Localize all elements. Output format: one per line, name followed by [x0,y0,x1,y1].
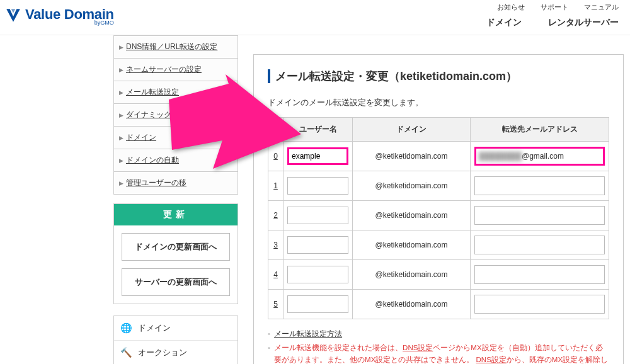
forward-address-input[interactable] [474,206,605,225]
chevron-right-icon: ▶ [119,135,123,141]
domain-cell: @ketiketidomain.com [353,230,471,260]
table-row: 4@ketiketidomain.com [268,260,609,290]
table-row: 5@ketiketidomain.com [268,290,609,319]
sidebar-item-dns-url[interactable]: ▶DNS情報／URL転送の設定 [114,36,238,59]
tab-domain[interactable]: ドメイン [486,17,522,35]
logo-icon [5,7,21,25]
col-user: ユーザー名 [284,118,353,142]
forward-cell [471,201,609,230]
row-index[interactable]: 2 [268,201,284,230]
bullet-icon: ◦ [268,328,270,339]
goto-domain-renewal-button[interactable]: ドメインの更新画面へ [122,233,230,261]
chevron-right-icon: ▶ [119,112,123,118]
user-cell [284,201,353,230]
sidebar-item-ddns[interactable]: ▶ダイナミックDNSの設定 [114,104,238,127]
user-cell [284,290,353,319]
sidebar-nav: ▶DNS情報／URL転送の設定 ▶ネームサーバーの設定 ▶メール転送設定 ▶ダイ… [113,35,238,195]
sidebar-item-domain-auto[interactable]: ▶ドメインの自動 [114,149,238,172]
app-header: Value Domain byGMO お知らせ サポート マニュアル ドメイン … [0,0,630,35]
user-cell [284,171,353,201]
link-support[interactable]: サポート [541,3,568,11]
user-cell [284,142,353,171]
forward-address-input[interactable]: ████████@gmail.com [474,147,605,166]
row-index[interactable]: 3 [268,230,284,260]
row-index[interactable]: 4 [268,260,284,290]
note-mx-warning: メール転送機能を設定された場合は、DNS設定ページからMX設定を（自動）追加して… [274,342,609,364]
sidebar-secondary-menu: 🌐ドメイン 🔨オークション ☰無料ネームサーバー ☰サーバー [113,316,238,364]
forward-address-input[interactable] [474,265,605,284]
mail-forward-table: ユーザー名 ドメイン 転送先メールアドレス 0@ketiketidomain.c… [268,117,609,319]
main-tabs: ドメイン レンタルサーバー [483,17,619,35]
main-content: メール転送設定・変更（ketiketidomain.com） ドメインのメール転… [253,35,624,364]
dns-settings-link[interactable]: DNS設定 [403,344,433,351]
obscured-text: ████████ [479,152,522,161]
table-row: 3@ketiketidomain.com [268,230,609,260]
row-index[interactable]: 5 [268,290,284,319]
sidebar: ▶DNS情報／URL転送の設定 ▶ネームサーバーの設定 ▶メール転送設定 ▶ダイ… [113,35,238,364]
username-input[interactable] [287,266,348,283]
row-index[interactable]: 0 [268,142,284,171]
forward-cell [471,171,609,201]
forward-cell [471,260,609,290]
menu-auction[interactable]: 🔨オークション [114,341,238,364]
forward-suffix: @gmail.com [522,152,564,161]
username-input[interactable] [287,177,348,195]
domain-cell: @ketiketidomain.com [353,142,471,171]
table-row: 2@ketiketidomain.com [268,201,609,230]
col-index [268,118,284,142]
globe-icon: 🌐 [120,322,132,334]
brand-logo[interactable]: Value Domain byGMO [5,0,114,26]
user-cell [284,260,353,290]
chevron-right-icon: ▶ [119,180,123,186]
username-input[interactable] [287,207,348,224]
mail-forward-panel: メール転送設定・変更（ketiketidomain.com） ドメインのメール転… [253,54,624,364]
panel-description: ドメインのメール転送設定を変更します。 [268,98,609,108]
col-domain: ドメイン [353,118,471,142]
chevron-right-icon: ▶ [119,44,123,50]
link-manual[interactable]: マニュアル [584,3,619,11]
domain-cell: @ketiketidomain.com [353,260,471,290]
notes: ◦メール転送設定方法 ◦ メール転送機能を設定された場合は、DNS設定ページから… [268,328,609,364]
domain-cell: @ketiketidomain.com [353,171,471,201]
forward-address-input[interactable] [474,295,605,314]
username-input[interactable] [287,147,348,165]
chevron-right-icon: ▶ [119,89,123,96]
sidebar-item-domain[interactable]: ▶ドメイン [114,127,238,149]
sidebar-item-admin-user[interactable]: ▶管理ユーザーの移 [114,172,238,195]
dns-settings-link[interactable]: DNS設定 [476,356,507,363]
table-row: 1@ketiketidomain.com [268,171,609,201]
panel-title: メール転送設定・変更（ketiketidomain.com） [268,69,609,84]
update-heading: 更新 [114,204,238,225]
sidebar-item-mail-forward[interactable]: ▶メール転送設定 [114,81,238,104]
forward-cell [471,230,609,260]
note-howto-link[interactable]: メール転送設定方法 [274,328,342,339]
update-block: 更新 ドメインの更新画面へ サーバーの更新画面へ [113,203,238,304]
forward-cell: ████████@gmail.com [471,142,609,171]
sidebar-item-nameserver[interactable]: ▶ネームサーバーの設定 [114,59,238,81]
domain-cell: @ketiketidomain.com [353,290,471,319]
user-cell [284,230,353,260]
gavel-icon: 🔨 [120,347,132,358]
chevron-right-icon: ▶ [119,157,123,164]
username-input[interactable] [287,295,348,313]
domain-cell: @ketiketidomain.com [353,201,471,230]
link-news[interactable]: お知らせ [497,3,525,11]
forward-address-input[interactable] [474,176,605,195]
table-row: 0@ketiketidomain.com████████@gmail.com [268,142,609,171]
forward-cell [471,290,609,319]
goto-server-renewal-button[interactable]: サーバーの更新画面へ [122,268,230,296]
title-bar-accent [268,69,270,83]
tab-rental-server[interactable]: レンタルサーバー [548,17,619,35]
username-input[interactable] [287,236,348,254]
chevron-right-icon: ▶ [119,67,123,73]
col-forward: 転送先メールアドレス [471,118,609,142]
forward-address-input[interactable] [474,236,605,254]
top-links: お知らせ サポート マニュアル [483,0,619,12]
menu-domain[interactable]: 🌐ドメイン [114,316,238,341]
bullet-icon: ◦ [268,342,270,364]
row-index[interactable]: 1 [268,171,284,201]
